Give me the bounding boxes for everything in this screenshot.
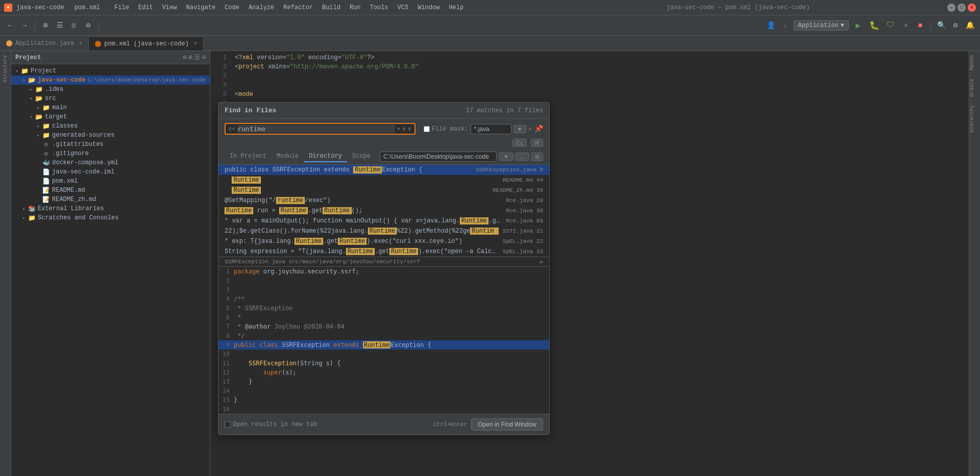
- tree-item-scratches[interactable]: ▸ 📁 Scratches and Consoles: [11, 213, 210, 222]
- pin-icon[interactable]: 📌: [534, 124, 543, 133]
- maven-panel-label[interactable]: Maven: [969, 51, 980, 74]
- run-button[interactable]: ▶: [851, 18, 865, 33]
- preview-wrap-icon[interactable]: ⇌: [540, 259, 543, 265]
- scope-tab-in-project[interactable]: In Project: [225, 151, 272, 162]
- menu-analyze[interactable]: Analyze: [244, 3, 278, 12]
- find-nav-down-icon[interactable]: ∨: [408, 126, 411, 132]
- tree-item-project[interactable]: ▾ 📁 Project: [11, 66, 210, 76]
- coverage-button[interactable]: 🛡: [884, 18, 898, 33]
- close-button[interactable]: ×: [968, 4, 976, 12]
- menu-code[interactable]: Code: [220, 3, 243, 12]
- menu-run[interactable]: Run: [346, 3, 365, 12]
- scope-tab-directory[interactable]: Directory: [304, 151, 347, 162]
- result-item-9[interactable]: String expression = "T(java.lang.Runtime…: [218, 246, 549, 257]
- filter-icon[interactable]: ⚡: [528, 124, 532, 133]
- find-search-input[interactable]: [237, 125, 395, 133]
- tree-item-java-sec-code[interactable]: ▾ 📂 java-sec-code C:\Users\Boom\Desktop\…: [11, 76, 210, 85]
- tree-item-external-libs[interactable]: ▸ 📚 External Libraries: [11, 204, 210, 213]
- toolbar-settings-icon[interactable]: ⚙: [82, 19, 94, 32]
- toolbar-profiler-icon[interactable]: ⚡: [900, 19, 912, 32]
- result-item-5[interactable]: Runtime run = Runtime.getRuntime(); Rce.…: [218, 206, 549, 216]
- scope-path-browse-btn[interactable]: ...: [516, 153, 529, 161]
- menu-view[interactable]: View: [158, 3, 181, 12]
- tree-item-target[interactable]: ▾ 📂 target: [11, 112, 210, 121]
- tab-application-java[interactable]: Application.java ×: [0, 36, 89, 51]
- gradle-panel-label[interactable]: Gradle: [969, 74, 980, 101]
- toolbar-stop-icon[interactable]: ■: [914, 19, 926, 32]
- file-mask-input[interactable]: [471, 124, 511, 134]
- panel-gear-icon[interactable]: ⚙: [183, 54, 186, 61]
- open-in-new-tab-checkbox[interactable]: Open results in new tab: [225, 421, 317, 428]
- preview-code-13: }: [234, 377, 549, 386]
- debug-button[interactable]: 🐛: [867, 18, 881, 33]
- result-item-2[interactable]: Runtime README.md 44: [218, 175, 549, 185]
- run-config-selector[interactable]: Application ▼: [794, 20, 849, 31]
- tree-item-src[interactable]: ▾ 📂 src: [11, 94, 210, 103]
- tree-item-docker-compose[interactable]: 🐳 docker-compose.yml: [11, 158, 210, 167]
- tab-application-close-icon[interactable]: ×: [79, 41, 82, 46]
- toolbar-list-icon[interactable]: ☰: [54, 19, 66, 32]
- tree-item-pom[interactable]: 📄 pom.xml: [11, 177, 210, 186]
- tab-pom-xml[interactable]: pom.xml (java-sec-code) ×: [89, 36, 204, 51]
- toolbar-vcs-update-icon[interactable]: ↓: [779, 19, 792, 32]
- panel-collapse-icon[interactable]: ⊟: [202, 54, 206, 61]
- scope-path-dropdown-btn[interactable]: ▼: [499, 153, 513, 161]
- scope-tab-module[interactable]: Module: [272, 151, 304, 162]
- tree-item-generated-sources[interactable]: ▸ 📁 generated-sources: [11, 131, 210, 140]
- menu-help[interactable]: Help: [445, 3, 468, 12]
- tree-item-main[interactable]: ▸ 📁 main: [11, 103, 210, 112]
- tree-item-readme[interactable]: 📝 README.md: [11, 186, 210, 195]
- menu-vcs[interactable]: VCS: [394, 3, 413, 12]
- menu-refactor[interactable]: Refactor: [279, 3, 317, 12]
- menu-tools[interactable]: Tools: [366, 3, 393, 12]
- toolbar-user-icon[interactable]: 👤: [765, 19, 777, 32]
- result-item-3[interactable]: Runtime README_zh.md 39: [218, 185, 549, 195]
- file-mask-checkbox[interactable]: [424, 126, 430, 132]
- find-nav-up-icon[interactable]: ∧: [402, 126, 406, 132]
- tree-label-gitignore: .gitignore: [52, 150, 89, 157]
- toolbar-search-icon[interactable]: 🔍: [935, 19, 947, 32]
- result-item-8[interactable]: * exp: T{java.lang.Runtime.getRuntime}.e…: [218, 236, 549, 246]
- scope-path-input[interactable]: [380, 152, 497, 162]
- hierarchy-panel-label[interactable]: Hierarchy: [969, 101, 980, 137]
- result-item-7[interactable]: 22);$e.getClass().forName(%22java.lang.R…: [218, 226, 549, 236]
- file-mask-dropdown-btn[interactable]: ▼: [513, 125, 526, 133]
- menu-edit[interactable]: Edit: [134, 3, 157, 12]
- case-sensitive-btn[interactable]: Cc: [512, 139, 526, 147]
- toolbar-forward-icon[interactable]: →: [18, 19, 31, 32]
- panel-layout-icon[interactable]: ⊞: [189, 54, 192, 61]
- scope-tab-scope[interactable]: Scope: [347, 151, 376, 162]
- maximize-button[interactable]: □: [958, 4, 966, 12]
- result-item-1[interactable]: public class SSRFException extends Runti…: [218, 165, 549, 175]
- toolbar-back-icon[interactable]: ←: [4, 19, 16, 32]
- toolbar-settings2-icon[interactable]: ⚙: [949, 19, 962, 32]
- menu-navigate[interactable]: Navigate: [182, 3, 219, 12]
- find-clear-icon[interactable]: ×: [397, 126, 401, 132]
- toolbar-notification-icon[interactable]: 🔔: [964, 19, 976, 32]
- toolbar-split-icon[interactable]: ⫼: [68, 19, 80, 32]
- result-item-4[interactable]: @GetMapping("/runtime/exec") Rce.java 28: [218, 195, 549, 206]
- minimize-button[interactable]: –: [947, 4, 955, 12]
- menu-file[interactable]: File: [110, 3, 133, 12]
- tree-item-classes[interactable]: ▸ 📁 classes: [11, 121, 210, 131]
- title-center: java-sec-code – pom.xml (java-sec-code): [529, 4, 947, 11]
- tree-item-iml[interactable]: 📄 java-sec-code.iml: [11, 167, 210, 177]
- scope-grid-btn[interactable]: ⊞: [531, 153, 543, 161]
- preview-code-8: */: [234, 331, 549, 340]
- menu-window[interactable]: Window: [413, 3, 444, 12]
- tree-item-readme-zh[interactable]: 📝 README_zh.md: [11, 195, 210, 204]
- right-side-panels: Maven Gradle Hierarchy: [969, 51, 980, 476]
- whole-word-btn[interactable]: W: [531, 139, 543, 147]
- tree-item-idea[interactable]: ▸ 📁 .idea: [11, 85, 210, 94]
- panel-list-icon[interactable]: ☰: [194, 54, 200, 61]
- result-item-6[interactable]: * var a = mainOutput(); function mainOut…: [218, 216, 549, 226]
- tab-pom-xml-close-icon[interactable]: ×: [194, 41, 197, 46]
- menu-build[interactable]: Build: [318, 3, 345, 12]
- toolbar-structure-icon[interactable]: ⊞: [39, 19, 52, 32]
- tree-item-gitignore[interactable]: ⚙ .gitignore: [11, 149, 210, 158]
- preview-code-12: super(s);: [234, 368, 549, 377]
- tree-item-gitattributes[interactable]: ⚙ .gitattributes: [11, 140, 210, 149]
- structure-panel-label[interactable]: Structure: [3, 51, 8, 87]
- tree-arrow-classes: ▸: [35, 123, 42, 129]
- open-in-find-window-button[interactable]: Open in Find Window: [471, 418, 543, 431]
